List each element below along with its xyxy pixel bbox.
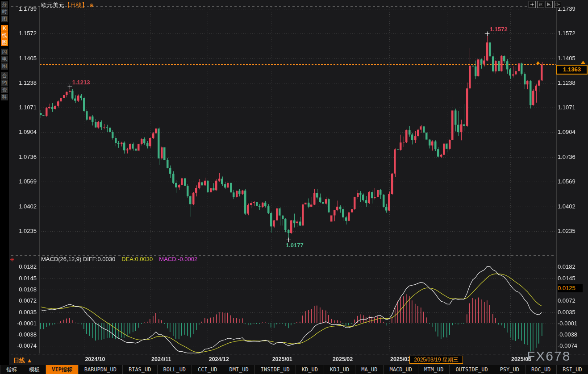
- last-price-arrow-icon: [536, 61, 540, 64]
- chart-canvas[interactable]: [9, 0, 588, 365]
- price-axis-label-left: 1.0736: [9, 154, 37, 160]
- brand-watermark: FX678: [527, 349, 571, 364]
- period-dropdown-arrow-icon: ▲: [27, 357, 33, 364]
- box-arrow-right-icon[interactable]: [554, 1, 561, 8]
- toolbar-item-MA_UD[interactable]: MA_UD: [355, 365, 384, 374]
- price-axis-label-right: 1.0904: [558, 129, 575, 135]
- sidebar-tab-闪电图[interactable]: 闪电图: [0, 49, 9, 70]
- period-tag: 【日线】: [64, 2, 88, 8]
- price-axis-label-left: 1.0235: [9, 228, 37, 234]
- toolbar-item-模板[interactable]: 模板: [23, 365, 46, 374]
- sidebar-tab-char: 图: [1, 39, 8, 46]
- price-axis-label-right: 1.0402: [558, 203, 575, 210]
- trading-app-window: 分时图K线图闪电图合约资料 欧元美元【日线】⊕ 1.17391.17391.15…: [0, 0, 588, 374]
- axis-wave-icon[interactable]: [537, 1, 544, 8]
- price-axis-label-right: 1.0569: [558, 178, 575, 185]
- macd-dea-value: DEA:0.0030: [121, 256, 153, 262]
- toolbar-item-ROC_UD[interactable]: ROC_UD: [525, 365, 557, 374]
- chart-type-sidebar: 分时图K线图闪电图合约资料: [0, 0, 9, 374]
- x-axis-label: 2025/02: [333, 356, 353, 362]
- sidebar-tab-char: 闪: [1, 49, 8, 55]
- sidebar-tab-char: K: [1, 25, 8, 32]
- macd-axis-label-left: 0.0108: [9, 286, 37, 293]
- macd-axis-label-left: -0.0074: [9, 342, 37, 349]
- price-axis-label-left: 1.1405: [9, 55, 37, 62]
- toolbar-item-INSIDE_UD[interactable]: INSIDE_UD: [255, 365, 296, 374]
- x-axis-label: 2025/01: [272, 356, 292, 362]
- toolbar-item-KDJ_UD[interactable]: KDJ_UD: [324, 365, 355, 374]
- toolbar-item-指标[interactable]: 指标: [0, 365, 23, 374]
- chart-title: 欧元美元【日线】⊕: [41, 1, 94, 9]
- toolbar-item-OUTSIDE_UD[interactable]: OUTSIDE_UD: [450, 365, 494, 374]
- period-label[interactable]: 日线 ▲: [13, 357, 33, 365]
- move-crosshair-icon[interactable]: [529, 1, 536, 8]
- toolbar-item-PSY_UD[interactable]: PSY_UD: [494, 365, 525, 374]
- price-up-arrow-icon: [581, 61, 585, 64]
- macd-axis-label-left: 0.0182: [9, 263, 37, 270]
- macd-axis-label-left: -0.0001: [9, 320, 37, 327]
- price-axis-label-right: 1.1572: [558, 30, 575, 37]
- current-price-tag: 1.1363: [556, 65, 588, 75]
- indicator-settings-icon[interactable]: ✳: [10, 257, 14, 263]
- price-axis-label-right: 1.0736: [558, 154, 575, 160]
- toolbar-item-KD_UD[interactable]: KD_UD: [296, 365, 324, 374]
- sidebar-tab-K线图[interactable]: K线图: [0, 25, 9, 46]
- toolbar-item-MACD_UD[interactable]: MACD_UD: [384, 365, 418, 374]
- toolbar-item-MTM_UD[interactable]: MTM_UD: [418, 365, 450, 374]
- macd-axis-label-left: 0.0145: [9, 275, 37, 282]
- sidebar-tab-char: 约: [1, 79, 8, 86]
- price-axis-label-left: 1.0402: [9, 203, 37, 210]
- price-extreme-annotation: 1.0177: [286, 242, 304, 249]
- sidebar-tab-char: 合: [1, 72, 8, 79]
- macd-axis-label-right: -0.0001: [558, 320, 577, 327]
- toolbar-item-RSI_UD[interactable]: RSI_UD: [557, 365, 588, 374]
- axis-flag-icon[interactable]: [546, 1, 553, 8]
- macd-axis-label-right: 0.0072: [558, 297, 575, 304]
- price-axis-label-right: 1.1071: [558, 104, 575, 111]
- sidebar-tab-char: 分: [1, 1, 8, 8]
- toolbar-item-BARUPDN_UD[interactable]: BARUPDN_UD: [79, 365, 123, 374]
- macd-axis-label-right: -0.0038: [558, 331, 577, 338]
- macd-axis-label-right: -0.0074: [558, 342, 577, 349]
- price-axis-label-left: 1.1238: [9, 79, 37, 86]
- sidebar-tab-char: 图: [1, 63, 8, 70]
- macd-header: MACD(26,12,9) DIFF:0.0030DEA:0.0030MACD:…: [41, 256, 197, 262]
- chart-tool-buttons: [529, 1, 561, 8]
- sidebar-tab-char: 时: [1, 8, 8, 15]
- price-axis-label-left: 1.1071: [9, 104, 37, 111]
- macd-axis-label-right: 0.0145: [558, 275, 575, 282]
- sidebar-tab-char: 电: [1, 56, 8, 62]
- x-axis-label: 2024/10: [85, 356, 105, 362]
- toolbar-item-DMI_UD[interactable]: DMI_UD: [223, 365, 254, 374]
- toolbar-item-CCI_UD[interactable]: CCI_UD: [192, 365, 223, 374]
- macd-axis-label-left: 0.0035: [9, 309, 37, 316]
- price-axis-label-left: 1.1572: [9, 30, 37, 37]
- toolbar-item-VIP指标[interactable]: VIP指标: [46, 365, 79, 374]
- price-axis-label-left: 1.1739: [9, 5, 37, 12]
- circle-plus-icon[interactable]: ⊕: [89, 2, 94, 8]
- macd-bar-value: MACD:-0.0002: [159, 256, 197, 262]
- x-axis-label: 2024/12: [209, 356, 229, 362]
- toolbar-item-BIAS_UD[interactable]: BIAS_UD: [123, 365, 158, 374]
- price-extreme-annotation: 1.1213: [72, 79, 90, 86]
- macd-axis-label-left: 0.0072: [9, 297, 37, 304]
- macd-axis-label-right: 0.0035: [558, 309, 575, 316]
- macd-axis-label-left: -0.0038: [9, 331, 37, 338]
- macd-value-highlight: 0.0125: [558, 284, 583, 292]
- selected-date-box: 2025/03/19 星期三: [409, 356, 463, 364]
- price-axis-label-right: 1.0235: [558, 228, 575, 234]
- toolbar-item-BOLL_UD[interactable]: BOLL_UD: [158, 365, 192, 374]
- price-axis-label-right: 1.1238: [558, 79, 575, 86]
- sidebar-tab-合约资料[interactable]: 合约资料: [0, 72, 9, 100]
- macd-params-diff: MACD(26,12,9) DIFF:0.0030: [41, 256, 115, 262]
- price-axis-label-left: 1.0569: [9, 178, 37, 185]
- price-axis-label-left: 1.0904: [9, 129, 37, 135]
- indicator-toolbar: 指标模板VIP指标BARUPDN_UDBIAS_UDBOLL_UDCCI_UDD…: [0, 365, 588, 374]
- macd-axis-label-right: 0.0182: [558, 263, 575, 270]
- sidebar-tab-char: 线: [1, 32, 8, 39]
- period-text: 日线: [13, 357, 25, 364]
- sidebar-tab-char: 资: [1, 87, 8, 93]
- x-axis-label: 2025/03: [390, 356, 410, 362]
- sidebar-tab-分时图[interactable]: 分时图: [0, 1, 9, 22]
- price-axis-label-right: 1.1405: [558, 55, 575, 62]
